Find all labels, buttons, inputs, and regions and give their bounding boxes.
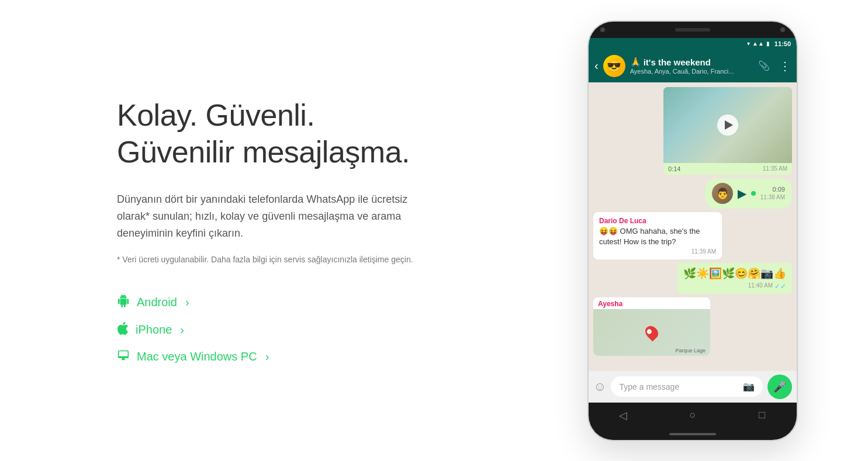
emoji-time-row: 11:40 AM ✓✓	[683, 282, 786, 290]
input-area: ☺ Type a message 📷 🎤	[589, 371, 797, 403]
nav-recent[interactable]: □	[753, 407, 771, 424]
status-icons: ▾ ▲▲ ▮	[747, 40, 770, 47]
note-text: * Veri ücreti uygulanabilir. Daha fazla …	[117, 253, 421, 266]
header-info: 🙏 it's the weekend Ayesha, Anya, Cauã, D…	[630, 57, 753, 75]
phone-bottom	[589, 428, 797, 440]
battery-icon: ▮	[766, 40, 770, 47]
signal-icon: ▲▲	[752, 40, 764, 47]
video-thumbnail	[663, 87, 792, 163]
mic-icon: 🎤	[773, 380, 786, 393]
phone-screen: ▾ ▲▲ ▮ 11:50 ‹ 😎 🙏 it's the weekend	[589, 38, 797, 403]
voice-play-button[interactable]: ▶	[738, 186, 746, 200]
mac-pc-label: Mac veya Windows PC	[137, 350, 257, 363]
description-text: Dünyanın dört bir yanındaki telefonlarda…	[117, 191, 421, 241]
emoji-time: 11:40 AM	[748, 282, 773, 290]
group-avatar: 😎	[603, 55, 625, 77]
location-map[interactable]: Parque Lage	[593, 309, 710, 356]
chat-title: 🙏 it's the weekend	[630, 57, 753, 67]
main-title: Kolay. Güvenli. Güvenilir mesajlaşma.	[117, 97, 421, 170]
video-footer: 0:14 11:35 AM	[663, 163, 792, 175]
location-label: Parque Lage	[675, 348, 706, 353]
sender-name: Dario De Luca	[599, 217, 716, 225]
more-options-icon[interactable]: ⋮	[779, 59, 791, 73]
voice-duration: 0:09	[773, 186, 785, 193]
location-pin	[642, 324, 660, 342]
home-indicator	[669, 433, 716, 435]
emoji-message: 🌿☀️🖼️🌿😊🤗📷👍 11:40 AM ✓✓	[677, 263, 792, 294]
status-bar: ▾ ▲▲ ▮ 11:50	[589, 38, 797, 50]
voice-time: 11:38 AM	[760, 194, 785, 200]
attachment-icon[interactable]: 📎	[758, 60, 770, 71]
platform-links: Android › iPhone › Mac veya Wind	[117, 294, 421, 364]
chat-subtitle: Ayesha, Anya, Cauã, Dario, Franci...	[630, 68, 753, 75]
apple-icon	[117, 322, 129, 338]
voice-waveform	[751, 188, 756, 199]
android-link[interactable]: Android ›	[117, 294, 421, 310]
desktop-icon	[117, 349, 130, 364]
iphone-link[interactable]: iPhone ›	[117, 322, 421, 338]
header-actions: 📎 ⋮	[758, 59, 791, 73]
text-message-received: Dario De Luca 😝😝 OMG hahaha, she's the c…	[593, 212, 722, 259]
nav-back[interactable]: ◁	[614, 407, 632, 424]
video-duration: 0:14	[668, 165, 680, 172]
input-placeholder: Type a message	[619, 382, 679, 391]
iphone-chevron: ›	[180, 323, 184, 337]
mac-pc-link[interactable]: Mac veya Windows PC ›	[117, 349, 421, 364]
message-time-row: 11:39 AM	[599, 248, 716, 255]
message-input-field[interactable]: Type a message 📷	[611, 376, 763, 397]
front-camera	[600, 27, 605, 32]
sensor	[780, 27, 785, 32]
location-sender: Ayesha	[593, 297, 710, 309]
chat-area: 0:14 11:35 AM 👨 ▶ 0:09	[589, 82, 797, 371]
left-section: Kolay. Güvenli. Güvenilir mesajlaşma. Dü…	[117, 97, 421, 364]
phone-speaker	[675, 28, 710, 32]
page-wrapper: Kolay. Güvenli. Güvenilir mesajlaşma. Dü…	[0, 20, 868, 441]
video-message: 0:14 11:35 AM	[663, 87, 792, 175]
voice-meta: 0:09 11:38 AM	[760, 186, 785, 200]
back-button[interactable]: ‹	[594, 59, 599, 72]
status-time: 11:50	[774, 40, 791, 47]
play-button[interactable]	[717, 115, 738, 136]
double-tick: ✓✓	[774, 282, 786, 290]
phone-mockup: ▾ ▲▲ ▮ 11:50 ‹ 😎 🙏 it's the weekend	[587, 20, 798, 441]
msg-time: 11:39 AM	[691, 248, 716, 255]
android-nav-bar: ◁ ○ □	[589, 403, 797, 428]
voice-message: 👨 ▶ 0:09 11:38 AM	[705, 178, 792, 209]
mac-pc-chevron: ›	[265, 350, 269, 363]
android-label: Android	[137, 296, 177, 309]
emoji-row: 🌿☀️🖼️🌿😊🤗📷👍	[683, 266, 786, 281]
play-triangle	[725, 120, 733, 130]
chat-header: ‹ 😎 🙏 it's the weekend Ayesha, Anya, Cau…	[589, 50, 797, 82]
voice-dot	[751, 191, 756, 196]
video-time: 11:35 AM	[763, 165, 787, 172]
phone-top-bezel	[589, 22, 797, 38]
wifi-icon: ▾	[747, 40, 750, 47]
phone-body: ▾ ▲▲ ▮ 11:50 ‹ 😎 🙏 it's the weekend	[587, 20, 798, 441]
location-message: Ayesha Parque Lage	[593, 297, 710, 356]
iphone-label: iPhone	[136, 323, 172, 337]
voice-avatar: 👨	[712, 183, 733, 204]
camera-icon[interactable]: 📷	[743, 381, 755, 392]
message-text: 😝😝 OMG hahaha, she's the cutest! How is …	[599, 226, 716, 247]
mic-button[interactable]: 🎤	[767, 375, 792, 399]
android-chevron: ›	[185, 296, 189, 309]
emoji-button[interactable]: ☺	[593, 379, 606, 394]
title-emoji: 🙏	[630, 57, 641, 67]
android-icon	[117, 294, 130, 310]
nav-home[interactable]: ○	[684, 407, 701, 424]
